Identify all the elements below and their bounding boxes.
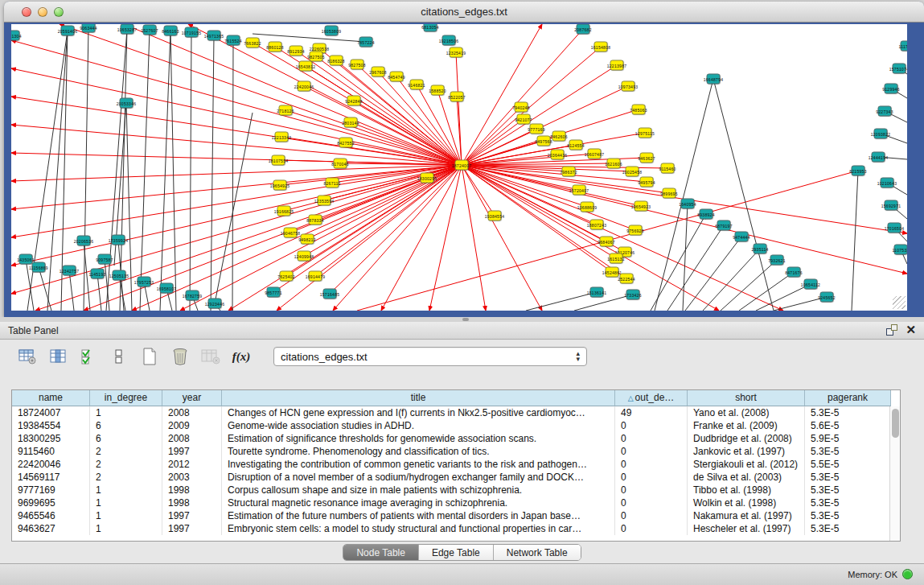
graph-node[interactable]: 19046758 [284, 228, 298, 238]
graph-node[interactable]: 16648794 [707, 74, 721, 84]
graph-node[interactable]: 8912934 [290, 46, 303, 56]
column-header-pagerank[interactable]: pagerank [805, 390, 891, 406]
graph-node[interactable]: 17016504 [888, 223, 901, 233]
graph-node[interactable]: 8267110 [326, 178, 339, 188]
graph-node[interactable]: 1621606 [607, 159, 621, 169]
column-header-title[interactable]: title [222, 390, 615, 406]
graph-node[interactable]: 9146821 [410, 80, 424, 90]
graph-node[interactable]: 8860128 [269, 42, 282, 52]
graph-node[interactable]: 2522544 [620, 274, 634, 284]
graph-node[interactable]: 19218506 [442, 35, 456, 46]
graph-node[interactable]: 16782759 [186, 290, 199, 301]
graph-node[interactable]: 8522057 [450, 92, 464, 102]
graph-node[interactable]: 12213987 [610, 60, 624, 71]
graph-node[interactable]: 2803144 [344, 117, 358, 128]
graph-node[interactable]: 20206536 [77, 236, 91, 246]
tab-edge-table[interactable]: Edge Table [419, 545, 494, 560]
column-select-icon[interactable] [48, 347, 68, 366]
row-height-icon[interactable] [109, 347, 129, 366]
close-panel-icon[interactable]: ✕ [906, 324, 916, 336]
table-row[interactable]: 1872400712008Changes of HCN gene express… [12, 406, 900, 419]
table-row[interactable]: 1830029562008Estimation of significance … [12, 432, 900, 445]
graph-node[interactable]: 15720407 [573, 185, 586, 196]
graph-node[interactable]: 10025458 [626, 167, 639, 177]
graph-node[interactable]: 7485063 [632, 105, 646, 115]
graph-node[interactable]: 7932621 [770, 255, 784, 266]
graph-node[interactable]: 8170046 [334, 159, 347, 169]
graph-node[interactable]: 7462606 [552, 131, 566, 142]
graph-node[interactable]: 15716485 [323, 289, 337, 299]
graph-node[interactable]: 17957253 [138, 277, 151, 287]
graph-node[interactable]: 2718126 [279, 105, 293, 116]
graph-node[interactable]: 9495794 [640, 177, 654, 187]
graph-node[interactable]: 6813054 [424, 24, 437, 32]
graph-node[interactable]: 9097587 [98, 254, 112, 265]
graph-node[interactable]: 18300295 [421, 173, 434, 183]
graph-node[interactable]: 15136141 [590, 287, 604, 298]
graph-node[interactable]: 15692971 [885, 200, 898, 211]
table-row[interactable]: 911546021997Tourette syndrome. Phenomeno… [12, 445, 900, 458]
canvas-resize-grip[interactable] [893, 296, 906, 309]
graph-node[interactable]: 9227343 [878, 106, 892, 117]
graph-node[interactable]: 6497568 [537, 136, 551, 146]
graph-node[interactable]: 10654112 [804, 279, 818, 290]
graph-node[interactable]: 9474444 [735, 232, 749, 242]
graph-node[interactable]: 22420046 [298, 81, 311, 92]
table-row[interactable]: 969969511998Structural magnetic resonanc… [12, 496, 900, 509]
graph-node[interactable]: 1107533 [894, 245, 908, 255]
graph-node[interactable]: 10973493 [622, 81, 635, 92]
trash-icon[interactable] [170, 347, 190, 366]
graph-node[interactable]: 16053809 [325, 26, 339, 36]
graph-node[interactable]: 10210643 [881, 178, 894, 188]
graph-node[interactable]: 15751074 [893, 64, 906, 74]
graph-node[interactable]: 9777169 [530, 124, 544, 134]
select-rows-icon[interactable] [79, 347, 98, 366]
graph-node[interactable]: 12409948 [298, 251, 311, 262]
graph-node[interactable]: 6879197 [717, 220, 731, 231]
graph-node[interactable]: 1640954 [681, 199, 695, 209]
graph-node[interactable]: 2967608 [372, 67, 385, 77]
table-row[interactable]: 946554611997Estimation of the future num… [12, 509, 900, 522]
graph-node[interactable]: 14971365 [207, 31, 221, 41]
new-document-icon[interactable] [140, 347, 159, 366]
graph-node[interactable]: 11156869 [32, 262, 46, 273]
graph-node[interactable]: 18807243 [590, 220, 604, 230]
column-header-out_de[interactable]: △out_de… [615, 390, 688, 406]
graph-node[interactable]: 7615524 [227, 35, 240, 46]
network-window-titlebar[interactable]: citations_edges.txt [4, 2, 924, 23]
graph-node[interactable]: 12353594 [318, 196, 331, 206]
column-header-short[interactable]: short [688, 390, 805, 406]
graph-node[interactable]: 10653287 [121, 24, 134, 35]
graph-node[interactable]: 9063444 [82, 24, 96, 33]
graph-node[interactable]: 10607487 [588, 149, 602, 159]
graph-node[interactable]: 20364436 [551, 150, 565, 160]
graph-node[interactable]: 1435061 [19, 254, 33, 265]
column-header-in_degree[interactable]: in_degree [90, 390, 162, 406]
graph-node[interactable]: 7625402 [280, 271, 294, 282]
table-row[interactable]: 977716911998Corpus callosum shape and si… [12, 484, 900, 496]
graph-node[interactable]: 10688609 [581, 202, 594, 212]
graph-node[interactable]: 16154808 [594, 42, 608, 52]
graph-node[interactable]: 1615132 [610, 253, 623, 264]
graph-node[interactable]: 17359924 [112, 235, 125, 245]
graph-node[interactable]: 9245652 [820, 292, 834, 303]
close-window-button[interactable] [22, 7, 31, 17]
float-panel-icon[interactable] [886, 324, 897, 336]
graph-node[interactable]: 14524861 [606, 267, 619, 278]
graph-node[interactable]: 2935114 [754, 244, 767, 254]
graph-node[interactable]: 12444194 [872, 152, 885, 163]
graph-node[interactable]: 12093822 [874, 129, 888, 139]
graph-node[interactable]: 10719155 [185, 27, 199, 38]
minimize-window-button[interactable] [38, 7, 47, 17]
graph-node[interactable]: 8124554 [569, 140, 583, 150]
zoom-window-button[interactable] [54, 7, 64, 17]
graph-node[interactable]: 9463627 [640, 153, 654, 163]
graph-node[interactable]: 7940248 [515, 102, 528, 113]
table-row[interactable]: 946362711997Embryonic stem cells: a mode… [12, 522, 900, 535]
scrollbar-thumb[interactable] [892, 409, 899, 438]
graph-node[interactable]: 1588520 [431, 85, 445, 96]
graph-node[interactable]: 20591406 [61, 26, 75, 36]
graph-node[interactable]: 8466163 [164, 26, 178, 36]
graph-node[interactable]: 16958107 [160, 283, 174, 294]
graph-node[interactable]: 12213343 [275, 132, 289, 142]
